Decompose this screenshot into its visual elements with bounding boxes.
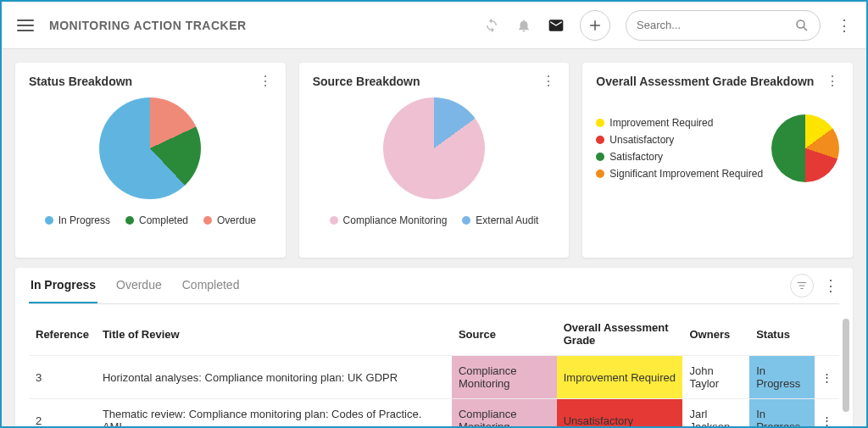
legend-item: Compliance Monitoring xyxy=(330,214,448,226)
tabs-bar: In Progress Overdue Completed ⋮ xyxy=(29,268,839,304)
table-row[interactable]: 2Thematic review: Compliance monitoring … xyxy=(29,399,839,427)
menu-icon[interactable] xyxy=(15,15,36,36)
card-menu-icon[interactable]: ⋮ xyxy=(542,73,555,89)
legend-item: Completed xyxy=(125,214,188,226)
cell-title: Horizontal analyses: Compliance monitori… xyxy=(96,356,452,399)
cards-row: Status Breakdown ⋮ In Progress Completed… xyxy=(15,63,853,258)
status-breakdown-card: Status Breakdown ⋮ In Progress Completed… xyxy=(15,63,286,258)
legend-item: In Progress xyxy=(45,214,110,226)
table-row[interactable]: 3Horizontal analyses: Compliance monitor… xyxy=(29,356,839,399)
search-icon xyxy=(794,18,810,33)
bell-icon[interactable] xyxy=(515,17,532,34)
grade-breakdown-card: Overall Assessment Grade Breakdown ⋮ Imp… xyxy=(582,63,853,258)
legend-item: Overdue xyxy=(203,214,256,226)
legend-item: Significant Improvement Required xyxy=(596,168,771,180)
filter-icon[interactable] xyxy=(790,274,814,297)
search-input[interactable] xyxy=(637,19,794,31)
cell-title: Thematic review: Compliance monitoring p… xyxy=(96,399,452,427)
cell-source: Compliance Monitoring xyxy=(452,356,557,399)
col-grade[interactable]: Overall Assessment Grade xyxy=(557,313,683,356)
sync-icon[interactable] xyxy=(483,17,500,34)
status-legend: In Progress Completed Overdue xyxy=(29,214,272,226)
table-more-icon[interactable]: ⋮ xyxy=(822,276,839,295)
card-menu-icon[interactable]: ⋮ xyxy=(259,73,272,89)
cell-reference: 3 xyxy=(29,356,96,399)
grade-legend: Improvement Required Unsatisfactory Sati… xyxy=(596,117,771,180)
scrollbar[interactable] xyxy=(843,319,849,412)
cell-grade: Improvement Required xyxy=(557,356,683,399)
cell-owner: Jarl Jackson xyxy=(682,399,749,427)
source-breakdown-card: Source Breakdown ⋮ Compliance Monitoring… xyxy=(299,63,570,258)
status-pie-chart xyxy=(99,97,201,199)
col-source[interactable]: Source xyxy=(452,313,557,356)
row-more-icon[interactable]: ⋮ xyxy=(815,399,839,427)
topbar: MONITORING ACTION TRACKER ⋮ xyxy=(2,2,866,49)
app-title: MONITORING ACTION TRACKER xyxy=(49,19,247,32)
table-header-row: Reference Title of Review Source Overall… xyxy=(29,313,839,356)
reviews-table: Reference Title of Review Source Overall… xyxy=(29,313,839,426)
cell-owner: John Taylor xyxy=(682,356,749,399)
cell-source: Compliance Monitoring xyxy=(452,399,557,427)
col-reference[interactable]: Reference xyxy=(29,313,96,356)
mail-icon[interactable] xyxy=(548,17,565,34)
card-title: Overall Assessment Grade Breakdown xyxy=(596,75,814,88)
col-title[interactable]: Title of Review xyxy=(96,313,452,356)
tabs-panel: In Progress Overdue Completed ⋮ Referenc… xyxy=(15,268,853,426)
legend-item: Unsatisfactory xyxy=(596,134,771,146)
row-more-icon[interactable]: ⋮ xyxy=(815,356,839,399)
content-area: Status Breakdown ⋮ In Progress Completed… xyxy=(2,49,866,426)
source-pie-chart xyxy=(383,97,485,199)
col-status[interactable]: Status xyxy=(749,313,815,356)
card-title: Source Breakdown xyxy=(313,75,420,88)
cell-status: In Progress xyxy=(749,356,815,399)
grade-pie-chart xyxy=(771,114,839,182)
svg-point-0 xyxy=(797,20,804,28)
search-field[interactable] xyxy=(626,10,821,41)
tab-in-progress[interactable]: In Progress xyxy=(29,268,97,303)
more-icon[interactable]: ⋮ xyxy=(836,16,853,35)
tab-completed[interactable]: Completed xyxy=(181,268,242,303)
cell-reference: 2 xyxy=(29,399,96,427)
card-title: Status Breakdown xyxy=(29,75,132,88)
legend-item: Satisfactory xyxy=(596,151,771,163)
cell-status: In Progress xyxy=(749,399,815,427)
source-legend: Compliance Monitoring External Audit xyxy=(313,214,556,226)
legend-item: External Audit xyxy=(462,214,538,226)
card-menu-icon[interactable]: ⋮ xyxy=(826,73,839,89)
legend-item: Improvement Required xyxy=(596,117,771,129)
cell-grade: Unsatisfactory xyxy=(557,399,683,427)
tab-overdue[interactable]: Overdue xyxy=(114,268,164,303)
add-button[interactable] xyxy=(580,10,610,41)
col-owners[interactable]: Owners xyxy=(682,313,749,356)
topbar-actions: ⋮ xyxy=(483,10,853,41)
